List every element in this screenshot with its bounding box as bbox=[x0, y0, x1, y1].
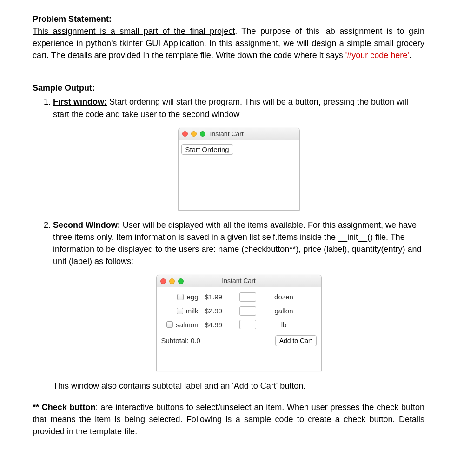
window-body: egg $1.99 dozen milk $2.99 gallon bbox=[157, 287, 321, 371]
item-name: salmon bbox=[176, 320, 198, 330]
footnote-para: ** Check button: are interactive buttons… bbox=[33, 401, 424, 437]
item-row-name: egg bbox=[161, 292, 199, 302]
item1-text: First window: Start ordering will start … bbox=[53, 96, 424, 120]
intro-underlined: This assignment is a small part of the f… bbox=[33, 26, 235, 36]
intro-period: . bbox=[409, 51, 411, 60]
sample-list: First window: Start ordering will start … bbox=[33, 96, 424, 392]
item1-lead: First window: bbox=[53, 97, 107, 106]
traffic-lights bbox=[182, 131, 205, 137]
item-row-name: salmon bbox=[161, 320, 199, 330]
window-instant-cart-1: Instant Cart Start Ordering bbox=[178, 128, 300, 211]
checkbox-salmon[interactable] bbox=[166, 321, 173, 328]
window-body: Start Ordering bbox=[179, 140, 299, 210]
problem-statement-para: Problem Statement: This assignment is a … bbox=[33, 13, 424, 61]
window-instant-cart-2: Instant Cart egg $1.99 dozen bbox=[156, 275, 322, 371]
items-grid: egg $1.99 dozen milk $2.99 gallon bbox=[161, 292, 317, 330]
minimize-icon[interactable] bbox=[191, 131, 197, 137]
item2-lead: Second Window: bbox=[53, 220, 120, 230]
item-row-name: milk bbox=[161, 306, 199, 316]
titlebar: Instant Cart bbox=[179, 128, 299, 140]
zoom-icon[interactable] bbox=[200, 131, 205, 137]
quantity-input-egg[interactable] bbox=[239, 292, 256, 302]
item-unit: lb bbox=[265, 320, 303, 330]
page: Problem Statement: This assignment is a … bbox=[0, 0, 457, 463]
item-name: egg bbox=[186, 292, 198, 302]
after-window2-text: This window also contains subtotal label… bbox=[53, 380, 424, 392]
titlebar: Instant Cart bbox=[157, 275, 321, 287]
code-marker-text: '#your code here' bbox=[345, 51, 409, 60]
footer-row: Subtotal: 0.0 Add to Cart bbox=[161, 334, 317, 346]
window2-wrap: Instant Cart egg $1.99 dozen bbox=[53, 275, 424, 371]
subtotal-label: Subtotal: 0.0 bbox=[161, 336, 200, 346]
quantity-input-salmon[interactable] bbox=[239, 320, 256, 329]
list-item: Second Window: User will be displayed wi… bbox=[53, 219, 424, 392]
spacer bbox=[33, 68, 424, 82]
window-title: Instant Cart bbox=[157, 276, 321, 285]
heading-problem-statement: Problem Statement: bbox=[33, 14, 112, 24]
checkbox-milk[interactable] bbox=[177, 308, 183, 314]
window1-wrap: Instant Cart Start Ordering bbox=[53, 128, 424, 211]
quantity-input-milk[interactable] bbox=[239, 306, 256, 316]
checkbox-egg[interactable] bbox=[177, 294, 184, 300]
item-unit: gallon bbox=[265, 306, 303, 316]
start-ordering-button[interactable]: Start Ordering bbox=[181, 144, 233, 155]
footnote-lead: ** Check button bbox=[33, 403, 96, 412]
item2-text: Second Window: User will be displayed wi… bbox=[53, 219, 424, 267]
item-name: milk bbox=[186, 306, 199, 316]
item-price: $1.99 bbox=[205, 292, 233, 302]
list-item: First window: Start ordering will start … bbox=[53, 96, 424, 210]
item-price: $2.99 bbox=[205, 306, 233, 316]
item-price: $4.99 bbox=[205, 320, 233, 330]
close-icon[interactable] bbox=[182, 131, 188, 137]
heading-sample-output: Sample Output: bbox=[33, 82, 424, 94]
item-unit: dozen bbox=[265, 292, 303, 302]
window-title: Instant Cart bbox=[210, 129, 244, 139]
add-to-cart-button[interactable]: Add to Cart bbox=[275, 335, 317, 346]
